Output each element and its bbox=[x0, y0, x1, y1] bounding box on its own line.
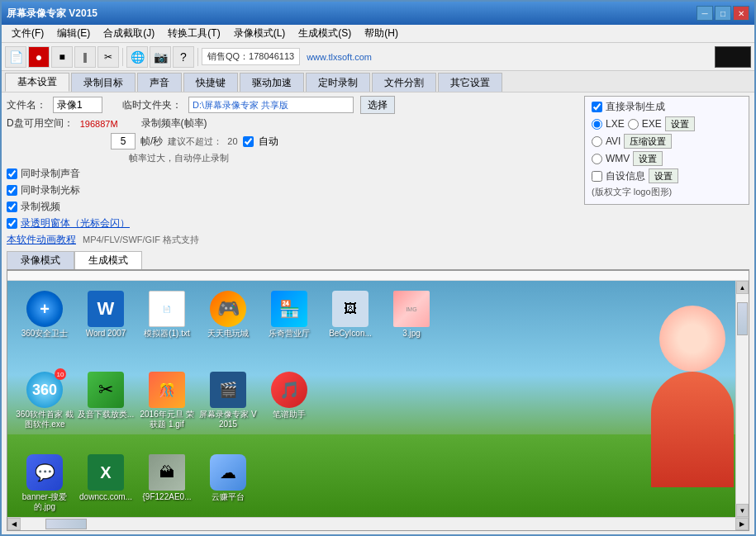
help-button[interactable]: ? bbox=[173, 46, 194, 68]
icon-simulator[interactable]: 📄 模拟器(1).txt bbox=[138, 291, 196, 339]
title-bar: 屏幕录像专家 V2015 ─ □ ✕ bbox=[2, 2, 754, 25]
char-head bbox=[659, 306, 725, 372]
tab-target[interactable]: 录制目标 bbox=[71, 73, 136, 92]
wmv-setup-button[interactable]: 设置 bbox=[633, 151, 663, 166]
lxe-label: LXE bbox=[606, 118, 625, 130]
camera-button[interactable]: 📷 bbox=[150, 46, 171, 68]
menu-help[interactable]: 帮助(H) bbox=[358, 25, 405, 42]
seek-bar[interactable] bbox=[7, 271, 749, 281]
icon-game[interactable]: 🎮 天天电玩城 bbox=[199, 291, 257, 339]
freq-label: 录制频率(帧率) bbox=[141, 116, 207, 130]
icon-excel[interactable]: X downcc.com... bbox=[77, 454, 135, 512]
icon-jietu[interactable]: ✂ 及音下载放类... bbox=[77, 372, 135, 429]
auto-info-setup-button[interactable]: 设置 bbox=[649, 168, 678, 183]
vertical-scrollbar[interactable]: ▲ ▼ bbox=[735, 281, 749, 517]
scroll-track[interactable] bbox=[736, 294, 749, 504]
minimize-button[interactable]: ─ bbox=[697, 6, 713, 21]
record-button[interactable]: ● bbox=[28, 46, 50, 68]
icon-jietu-shape: ✂ bbox=[88, 372, 124, 408]
filename-input[interactable] bbox=[53, 97, 102, 113]
menu-gen-mode[interactable]: 生成模式(S) bbox=[292, 25, 358, 42]
filename-row: 文件名： 临时文件夹： 选择 bbox=[7, 96, 578, 114]
menu-bar: 文件(F) 编辑(E) 合成截取(J) 转换工具(T) 录像模式(L) 生成模式… bbox=[2, 25, 754, 43]
pause-button[interactable]: ‖ bbox=[74, 46, 96, 68]
horizontal-scrollbar[interactable]: ◀ ▶ bbox=[7, 517, 749, 530]
disk-freq-row: D盘可用空间： 196887M 录制频率(帧率) bbox=[7, 116, 578, 130]
lxe-setup-button[interactable]: 设置 bbox=[665, 116, 695, 131]
compress-button[interactable]: 压缩设置 bbox=[624, 134, 672, 149]
tab-basic[interactable]: 基本设置 bbox=[5, 73, 69, 92]
menu-convert[interactable]: 转换工具(T) bbox=[161, 25, 226, 42]
icon-screen-rec[interactable]: 🎬 屏幕录像专家 V2015 bbox=[199, 372, 257, 429]
icon-360guard[interactable]: 360安全卫士 bbox=[16, 291, 74, 339]
icon-jpg-shape: IMG bbox=[393, 291, 430, 327]
close-button[interactable]: ✕ bbox=[733, 6, 749, 21]
video-checkbox[interactable] bbox=[7, 202, 17, 212]
tab-sound[interactable]: 声音 bbox=[137, 73, 182, 92]
icon-becy[interactable]: 🖼 BeCyIcon... bbox=[321, 291, 379, 339]
tab-gen-mode[interactable]: 生成模式 bbox=[74, 251, 142, 269]
direct-record-checkbox[interactable] bbox=[592, 102, 602, 112]
icon-store[interactable]: 🏪 乐奇营业厅 bbox=[260, 291, 318, 339]
cursor-checkbox[interactable] bbox=[7, 185, 17, 196]
menu-combine[interactable]: 合成截取(J) bbox=[97, 25, 161, 42]
disk-value: 196887M bbox=[80, 119, 118, 129]
auto-info-label: 自设信息 bbox=[606, 169, 645, 183]
icon-qq[interactable]: 💬 banner-搜爱 的.jpg bbox=[16, 454, 74, 512]
scroll-right-button[interactable]: ▶ bbox=[735, 518, 749, 530]
new-button[interactable]: 📄 bbox=[5, 46, 26, 68]
links-row: 本软件动画教程 MP4/FLV/SWF/GIF 格式支持 bbox=[7, 233, 578, 247]
menu-edit[interactable]: 编辑(E) bbox=[50, 25, 97, 42]
scroll-left-button[interactable]: ◀ bbox=[7, 518, 21, 530]
tab-timer[interactable]: 定时录制 bbox=[306, 73, 370, 92]
icon-cloud[interactable]: ☁ 云赚平台 bbox=[199, 454, 257, 512]
icon-photo[interactable]: 🏔 {9F122AE0... bbox=[138, 454, 196, 512]
transparent-checkbox[interactable] bbox=[7, 218, 17, 229]
direct-record-label: 直接录制生成 bbox=[606, 100, 665, 114]
icon-gif2016[interactable]: 🎊 2016年元旦 荣获题 1.gif bbox=[138, 372, 196, 429]
icon-jpg3-label: 3.jpg bbox=[402, 329, 421, 339]
freq-input[interactable] bbox=[111, 133, 136, 149]
transparent-label[interactable]: 录透明窗体（光标会闪） bbox=[21, 216, 130, 230]
sound-checkbox[interactable] bbox=[7, 168, 17, 179]
menu-file[interactable]: 文件(F) bbox=[5, 25, 50, 42]
content-area: 文件名： 临时文件夹： 选择 D盘可用空间： 196887M 录制频率(帧率) … bbox=[2, 92, 754, 534]
avi-radio[interactable] bbox=[592, 136, 602, 147]
scroll-thumb[interactable] bbox=[737, 302, 748, 335]
website-link[interactable]: www.tlxsoft.com bbox=[302, 50, 377, 64]
icon-store-label: 乐奇营业厅 bbox=[269, 329, 310, 339]
avi-label: AVI bbox=[606, 135, 620, 147]
tab-record-mode[interactable]: 录像模式 bbox=[7, 251, 74, 269]
direct-record-row: 直接录制生成 bbox=[592, 100, 742, 114]
animation-link[interactable]: 本软件动画教程 bbox=[7, 233, 76, 247]
scroll-h-thumb[interactable] bbox=[45, 519, 87, 529]
icon-word2007[interactable]: W Word 2007 bbox=[77, 291, 135, 339]
exe-radio[interactable] bbox=[628, 119, 639, 130]
watermark-row: (版权文字 logo图形) bbox=[592, 186, 742, 198]
icon-jpg3[interactable]: IMG 3.jpg bbox=[383, 291, 440, 339]
icon-360soft[interactable]: 360 10 360软件首家 截图软件.exe bbox=[16, 372, 74, 429]
icon-row-3: 💬 banner-搜爱 的.jpg X downcc.com... bbox=[16, 454, 257, 512]
scroll-h-track[interactable] bbox=[21, 518, 735, 530]
tab-hotkey[interactable]: 快捷键 bbox=[183, 73, 238, 92]
menu-record-mode[interactable]: 录像模式(L) bbox=[227, 25, 292, 42]
sep1 bbox=[122, 48, 123, 66]
scroll-up-button[interactable]: ▲ bbox=[736, 281, 749, 294]
tab-split[interactable]: 文件分割 bbox=[372, 73, 436, 92]
stop-button[interactable]: ■ bbox=[51, 46, 73, 68]
temp-folder-input[interactable] bbox=[188, 97, 354, 113]
maximize-button[interactable]: □ bbox=[715, 6, 731, 21]
wmv-radio[interactable] bbox=[592, 154, 602, 164]
icon-game-label: 天天电玩城 bbox=[207, 329, 249, 339]
auto-info-checkbox[interactable] bbox=[592, 171, 602, 182]
tab-driver[interactable]: 驱动加速 bbox=[240, 73, 304, 92]
icon-note[interactable]: 🎵 笔谱助手 bbox=[260, 372, 318, 429]
lxe-radio[interactable] bbox=[592, 119, 602, 130]
web-button[interactable]: 🌐 bbox=[126, 46, 148, 68]
scroll-down-button[interactable]: ▼ bbox=[736, 504, 749, 517]
disk-label: D盘可用空间： bbox=[7, 116, 74, 130]
select-button[interactable]: 选择 bbox=[360, 96, 395, 114]
tool-button[interactable]: ✂ bbox=[97, 46, 119, 68]
tab-other[interactable]: 其它设置 bbox=[438, 73, 502, 92]
auto-checkbox[interactable] bbox=[243, 136, 254, 147]
